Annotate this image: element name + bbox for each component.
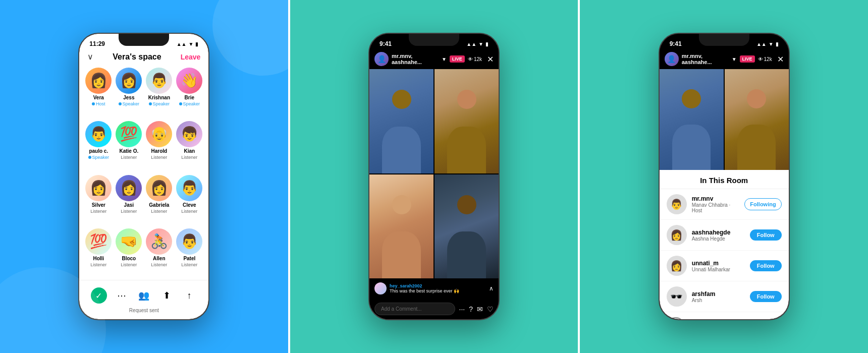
- chevron-icon: ▼: [442, 56, 447, 62]
- following-button[interactable]: Following: [744, 198, 781, 210]
- follow-button[interactable]: Follow: [750, 229, 782, 241]
- follow-button[interactable]: Follow: [750, 291, 782, 302]
- room-username: arshfam: [692, 290, 745, 298]
- avatar: 💯: [85, 228, 112, 255]
- person-name: Harold: [151, 148, 167, 154]
- person-role: Listener: [90, 262, 106, 267]
- room-people-list: 👨mr.mnvManav Chhabra · HostFollowing👩aas…: [660, 189, 789, 312]
- person-role: Speaker: [179, 101, 200, 106]
- avatar: 👋: [176, 68, 202, 94]
- phone-3: 9:41 ▲▲ ▼ ▮ 👤 mr.mnv, aashnahe... ▼ LIVE…: [659, 33, 790, 320]
- more-options-icon[interactable]: ···: [459, 305, 465, 313]
- battery-icon: ▮: [195, 41, 198, 47]
- person-name: Holli: [93, 256, 104, 261]
- comment-expand-icon[interactable]: ∧: [489, 285, 494, 292]
- comment-content: hey_sarah2002 This was the best surprise…: [390, 283, 486, 293]
- p1-header: ∨ Vera's space Leave: [79, 50, 208, 66]
- room-realname: Manav Chhabra · Host: [692, 202, 740, 213]
- request-join-icon: [667, 317, 685, 319]
- people-icon[interactable]: 👥: [136, 287, 152, 304]
- person-role: Host: [92, 101, 105, 106]
- space-title: Vera's space: [113, 52, 161, 62]
- video-grid: [369, 69, 499, 278]
- video-person-1: [369, 69, 433, 173]
- close-button-3[interactable]: ✕: [777, 54, 784, 64]
- person-item: 👩SilverListener: [85, 175, 112, 224]
- close-button[interactable]: ✕: [487, 54, 494, 64]
- video-person-3: [369, 174, 433, 279]
- placeholder-text: Add a Comment...: [381, 306, 422, 312]
- person-item: 👩JessSpeaker: [116, 68, 142, 117]
- add-icon[interactable]: ⬆: [158, 287, 175, 304]
- room-person-info: aashnahegdeAashna Hegde: [692, 229, 745, 242]
- room-person-item: 👩aashnahegdeAashna HegdeFollow: [660, 220, 789, 251]
- person-role: Speaker: [88, 155, 110, 160]
- commenter-avatar: [374, 282, 387, 295]
- room-person-item: 👨mr.mnvManav Chhabra · HostFollowing: [660, 189, 789, 220]
- leave-button[interactable]: Leave: [181, 53, 201, 61]
- video-top-2: [725, 69, 789, 170]
- phone-2: 9:41 ▲▲ ▼ ▮ 👤 mr.mnv, aashnahe... ▼ LIVE…: [368, 33, 500, 320]
- avatar: 👩: [116, 68, 142, 94]
- panel-1: 11:29 ▲▲ ▼ ▮ ∨ Vera's space Leave 👩VeraH…: [0, 0, 288, 353]
- person-item: 👨PatelListener: [176, 228, 202, 278]
- eye-icon-3: 👁: [758, 56, 763, 62]
- person-name: Krishnan: [148, 95, 170, 100]
- status-time-3: 9:41: [670, 40, 682, 47]
- person-item: 👨KrishnanSpeaker: [146, 68, 172, 117]
- request-to-join[interactable]: Request to Join: [660, 312, 789, 319]
- person-role: Listener: [151, 155, 167, 160]
- comment-message: This was the best surprise ever 🙌: [390, 288, 486, 293]
- person-item: 👴HaroldListener: [146, 121, 172, 170]
- room-realname: Aashna Hegde: [692, 236, 745, 242]
- avatar: 👩: [116, 175, 142, 201]
- commenter-name: hey_sarah2002: [390, 283, 486, 288]
- share-icon[interactable]: ↑: [181, 287, 197, 304]
- signal-icon-3: ▲▲: [756, 41, 767, 47]
- avatar: 👨: [85, 121, 112, 147]
- panel-2: 9:41 ▲▲ ▼ ▮ 👤 mr.mnv, aashnahe... ▼ LIVE…: [288, 0, 580, 353]
- input-actions: ··· ? ✉ ♡: [459, 305, 494, 313]
- room-person-info: mr.mnvManav Chhabra · Host: [692, 195, 740, 213]
- viewer-count-3: 👁 12k: [758, 56, 772, 62]
- person-name: paulo c.: [89, 148, 108, 154]
- live-header: 👤 mr.mnv, aashnahe... ▼ LIVE 👁 12k ✕: [369, 50, 499, 69]
- video-cell-3: [369, 174, 433, 279]
- input-bar: Add a Comment... ··· ? ✉ ♡: [369, 299, 499, 319]
- dm-icon[interactable]: ✉: [477, 305, 483, 313]
- person-name: Allen: [153, 256, 165, 261]
- chevron-icon-3: ▼: [732, 56, 737, 62]
- person-item: 👩VeraHost: [85, 68, 112, 117]
- room-avatar: 👨: [667, 194, 687, 214]
- room-username: aashnahegde: [692, 229, 745, 236]
- person-name: Silver: [92, 202, 105, 208]
- battery-icon-2: ▮: [485, 41, 489, 47]
- live-username-3: mr.mnv, aashnahe...: [682, 53, 729, 65]
- follow-button[interactable]: Follow: [750, 260, 782, 271]
- eye-icon: 👁: [468, 56, 473, 62]
- live-header-3: 👤 mr.mnv, aashnahe... ▼ LIVE 👁 12k ✕: [660, 50, 789, 69]
- help-icon[interactable]: ?: [469, 305, 473, 313]
- phone-1: 11:29 ▲▲ ▼ ▮ ∨ Vera's space Leave 👩VeraH…: [78, 33, 209, 320]
- person-role: Listener: [121, 262, 137, 267]
- screen-1: 11:29 ▲▲ ▼ ▮ ∨ Vera's space Leave 👩VeraH…: [79, 34, 208, 319]
- person-item: 👨paulo c.Speaker: [85, 121, 112, 170]
- person-role: Speaker: [149, 101, 170, 106]
- like-icon[interactable]: ♡: [487, 305, 494, 313]
- wifi-icon-3: ▼: [769, 41, 774, 47]
- person-name: Jasi: [124, 202, 134, 208]
- room-realname: Unnati Malharkar: [692, 267, 745, 272]
- person-name: Patel: [183, 256, 195, 261]
- video-top-person-1: [660, 69, 724, 170]
- video-person-4: [435, 174, 499, 279]
- avatar: 👩: [85, 68, 112, 94]
- comment-input[interactable]: Add a Comment...: [374, 303, 455, 315]
- chat-icon[interactable]: ⋯: [114, 287, 130, 304]
- notch-3: [699, 34, 749, 46]
- host-avatar-3: 👤: [665, 52, 679, 66]
- room-person-info: arshfamArsh: [692, 290, 745, 303]
- person-item: 👩JasiListener: [116, 175, 142, 224]
- chevron-down-icon[interactable]: ∨: [87, 52, 93, 62]
- avatar: 👨: [146, 68, 172, 94]
- person-item: 👩GabrielaListener: [146, 175, 172, 224]
